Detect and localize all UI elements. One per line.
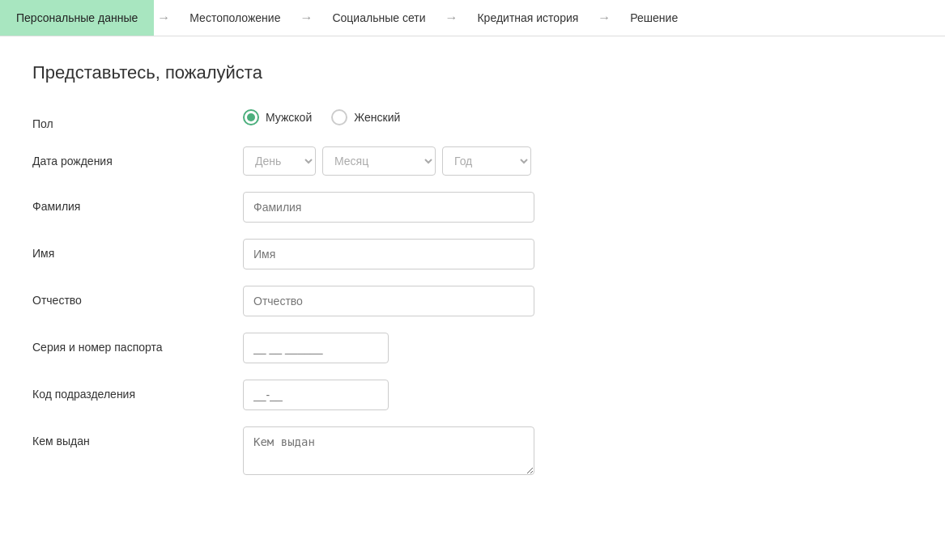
dob-day-select[interactable]: День xyxy=(243,146,316,176)
firstname-input[interactable] xyxy=(243,239,534,269)
nav-arrow-3: → xyxy=(445,11,458,25)
nav-item-credit[interactable]: Кредитная история xyxy=(461,0,594,36)
nav-label-personal: Персональные данные xyxy=(16,11,138,24)
issued-row: Кем выдан xyxy=(32,426,696,475)
division-label: Код подразделения xyxy=(32,380,243,401)
lastname-label: Фамилия xyxy=(32,192,243,213)
gender-label: Пол xyxy=(32,109,243,130)
dob-year-select[interactable]: Год xyxy=(442,146,531,176)
radio-option-male[interactable]: Мужской xyxy=(243,109,312,125)
passport-label: Серия и номер паспорта xyxy=(32,333,243,354)
patronymic-control xyxy=(243,286,696,316)
division-input[interactable] xyxy=(243,380,389,410)
nav-item-location[interactable]: Местоположение xyxy=(173,0,296,36)
nav-arrow-2: → xyxy=(300,11,313,25)
patronymic-label: Отчество xyxy=(32,286,243,307)
firstname-row: Имя xyxy=(32,239,696,269)
passport-row: Серия и номер паспорта xyxy=(32,333,696,363)
issued-label: Кем выдан xyxy=(32,426,243,448)
nav-item-social[interactable]: Социальные сети xyxy=(316,0,441,36)
top-nav: Персональные данные → Местоположение → С… xyxy=(0,0,945,36)
issued-control xyxy=(243,426,696,475)
radio-label-male: Мужской xyxy=(266,111,312,124)
dob-month-select[interactable]: Месяц xyxy=(322,146,436,176)
page-title: Представьтесь, пожалуйста xyxy=(32,62,696,83)
radio-option-female[interactable]: Женский xyxy=(331,109,400,125)
passport-input[interactable] xyxy=(243,333,389,363)
patronymic-input[interactable] xyxy=(243,286,534,316)
lastname-row: Фамилия xyxy=(32,192,696,223)
firstname-control xyxy=(243,239,696,269)
division-row: Код подразделения xyxy=(32,380,696,410)
radio-female[interactable] xyxy=(331,109,347,125)
gender-control: Мужской Женский xyxy=(243,109,696,125)
nav-item-decision[interactable]: Решение xyxy=(614,0,694,36)
gender-row: Пол Мужской Женский xyxy=(32,109,696,130)
issued-textarea[interactable] xyxy=(243,426,534,475)
dob-row: Дата рождения День Месяц Год xyxy=(32,146,696,176)
firstname-label: Имя xyxy=(32,239,243,260)
nav-arrow-4: → xyxy=(598,11,611,25)
nav-item-personal[interactable]: Персональные данные xyxy=(0,0,154,36)
nav-label-credit: Кредитная история xyxy=(477,11,578,24)
dob-label: Дата рождения xyxy=(32,146,243,168)
main-content: Представьтесь, пожалуйста Пол Мужской Же… xyxy=(0,36,729,517)
nav-label-location: Местоположение xyxy=(189,11,280,24)
nav-label-decision: Решение xyxy=(630,11,678,24)
nav-label-social: Социальные сети xyxy=(332,11,425,24)
radio-group-gender: Мужской Женский xyxy=(243,109,400,125)
patronymic-row: Отчество xyxy=(32,286,696,316)
nav-arrow-1: → xyxy=(157,11,170,25)
passport-control xyxy=(243,333,696,363)
lastname-input[interactable] xyxy=(243,192,534,223)
dob-control: День Месяц Год xyxy=(243,146,696,176)
lastname-control xyxy=(243,192,696,223)
division-control xyxy=(243,380,696,410)
radio-male[interactable] xyxy=(243,109,259,125)
radio-label-female: Женский xyxy=(354,111,400,124)
